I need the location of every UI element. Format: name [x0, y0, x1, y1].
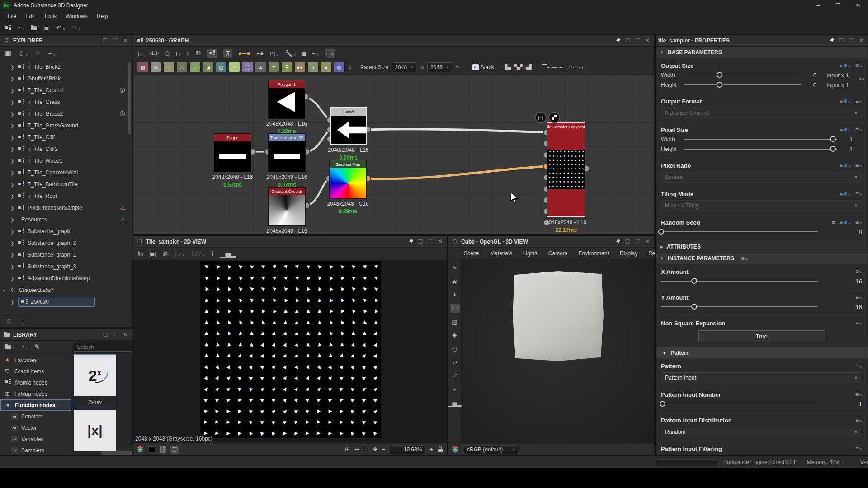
tree-item-T_Tile_BathroomTile[interactable]: ❯T_Tile_BathroomTile — [0, 178, 132, 190]
clean-icon[interactable]: ⌁∨ — [48, 49, 56, 57]
menu-icon[interactable]: ≡∨ — [741, 255, 748, 262]
chevron-right-icon[interactable]: ❯ — [10, 123, 15, 128]
tree-item-Substance_graph_2[interactable]: ❯Substance_graph_2 — [0, 237, 132, 249]
reset-size-icon[interactable]: ⟲ — [454, 64, 461, 70]
maximize-panel-icon[interactable]: ⛶ — [848, 38, 855, 43]
slider-knob[interactable] — [717, 72, 722, 78]
align-center-icon[interactable]: ▚▞ — [514, 64, 522, 70]
duplicate-view-icon[interactable]: ⧉ — [138, 250, 143, 258]
node-output-doc-icon[interactable]: ▤ — [535, 112, 547, 123]
align-middle-icon[interactable]: ▪─▪ — [551, 64, 557, 70]
wand-icon[interactable]: ⌁ — [450, 385, 460, 394]
zoom-level-input[interactable] — [390, 445, 425, 454]
tree-item-package[interactable]: ▾⬡Chapter3.sbs* — [0, 284, 132, 296]
light-icon[interactable]: ☀ — [450, 290, 460, 299]
maximize-button[interactable]: ❐ — [828, 0, 848, 11]
menu-icon[interactable]: ≡∨ — [855, 268, 862, 275]
chevron-right-icon[interactable]: ❯ — [10, 159, 15, 164]
close-panel-icon[interactable]: ✕ — [858, 38, 865, 43]
tree-item-T_Tile_ConcreteWall[interactable]: ❯T_Tile_ConcreteWall — [0, 167, 132, 178]
node-create-button-8[interactable]: ◯ — [242, 62, 253, 72]
align-bottom-icon[interactable]: ▪▪▁ — [559, 64, 566, 70]
graph-node-tile-sampler-grayscale[interactable]: Tile Sampler Grayscale►►►►►►►►►►►►►►►►►►… — [547, 122, 585, 217]
add-filter-icon[interactable]: ◔+ — [21, 343, 28, 351]
section-attributes[interactable]: ▶ATTRIBUTES — [656, 241, 868, 253]
physical-size-icon[interactable]: ✛ — [354, 446, 359, 453]
graph-node-polygon-1[interactable]: Polygon 1 — [268, 80, 305, 119]
menu-windows[interactable]: Windows — [61, 12, 92, 21]
focus-selection-icon[interactable]: ◱ — [138, 50, 144, 57]
tree-item-T_Tile_Cliff2[interactable]: ❯T_Tile_Cliff2 — [0, 143, 132, 155]
chevron-right-icon[interactable]: ❯ — [10, 206, 15, 211]
maximize-panel-icon[interactable]: ⛶ — [634, 38, 641, 43]
menu-icon[interactable]: ≡∨ — [855, 98, 862, 104]
slider-track[interactable] — [684, 139, 837, 140]
section-instance-parameters[interactable]: ▼INSTANCE PARAMETERS ≡∨ — [656, 253, 868, 264]
graph-node-gradient-circular[interactable]: Gradient Circular — [268, 187, 306, 226]
menu-icon[interactable]: ≡∨ — [855, 391, 862, 398]
display-filter-icon[interactable]: 🖵 — [170, 446, 179, 454]
slider-track[interactable] — [661, 306, 818, 307]
node-create-button-11[interactable]: ⚲ — [281, 62, 292, 72]
slider-track[interactable] — [684, 149, 837, 150]
align-left-icon[interactable]: ▙▖ — [505, 64, 513, 70]
chevron-right-icon[interactable]: ❯ — [10, 264, 15, 269]
library-hscrollbar[interactable] — [101, 451, 132, 455]
tree-item-T_Tile_Roof[interactable]: ❯T_Tile_Roof — [0, 190, 132, 202]
redo-icon[interactable]: ↷∨ — [71, 24, 80, 32]
float-panel-icon[interactable]: ❏ — [102, 38, 109, 43]
straight-links-icon[interactable]: ●─● — [238, 50, 250, 57]
slider-track[interactable] — [661, 404, 818, 404]
node-create-button-10[interactable]: ⏷ — [268, 62, 279, 72]
view-2d-viewport[interactable]: ►►►►►►►►►►►►►►►►►►►►►►►►►►►►►►►►►►►►►►►►… — [133, 260, 447, 443]
tree-item-PixelProcessorSample[interactable]: ❯PixelProcessorSample⚠ — [0, 202, 132, 214]
tree-item-T_Tile_Grass2[interactable]: ❯T_Tile_Grass2ⓘ — [0, 108, 132, 120]
histogram-icon[interactable]: ▁▅▂ — [220, 250, 236, 258]
tiling-grid-icon[interactable]: ⊞ — [345, 446, 350, 453]
elbow-links-icon[interactable]: ⌐● — [256, 50, 264, 57]
slider-knob[interactable] — [691, 304, 697, 310]
graph-view-icon[interactable] — [207, 49, 217, 58]
parent-size-height-dropdown[interactable]: 2048∨ — [427, 62, 452, 72]
view-3d-menu-display[interactable]: Display — [620, 250, 637, 257]
tree-item-T_Tile_Brick2[interactable]: ❯T_Tile_Brick2 — [0, 61, 132, 73]
library-thumbnail-2pow[interactable]: 2x2Pow — [74, 354, 116, 408]
reload-icon[interactable]: ⟳ — [35, 49, 41, 57]
stats-icon[interactable]: ▁▅▂ — [450, 399, 460, 408]
dropdown-pixel-ratio[interactable]: Square▼ — [661, 172, 862, 183]
float-panel-icon[interactable]: ❏ — [624, 239, 631, 244]
slider-track[interactable] — [684, 75, 801, 75]
chevron-right-icon[interactable]: ❯ — [10, 253, 15, 258]
tree-item-AdvancedDirectionalWarp[interactable]: ❯AdvancedDirectionalWarp — [0, 272, 132, 284]
dropdown-pattern-input-distribution[interactable]: Random▼ — [661, 427, 862, 437]
tree-item-T_Tile_GrassGround[interactable]: ❯T_Tile_GrassGround — [0, 120, 132, 131]
chevron-right-icon[interactable]: ❯ — [10, 182, 15, 187]
slider-knob[interactable] — [658, 229, 664, 235]
tree-item-T_Tile_Ground[interactable]: ❯T_Tile_Groundⓘ — [0, 84, 132, 96]
new-graph-icon[interactable] — [5, 24, 11, 32]
view-3d-menu-materials[interactable]: Materials — [490, 250, 512, 257]
node-create-button-2[interactable]: ◌ — [163, 62, 175, 72]
chevron-right-icon[interactable]: ❯ — [10, 300, 15, 305]
node-output-checker-icon[interactable] — [548, 112, 560, 123]
info-view-icon[interactable]: i — [20, 319, 28, 324]
node-create-button-7[interactable]: ↗ — [229, 62, 240, 72]
zoom-in-icon[interactable]: + — [429, 446, 433, 453]
node-create-button-1[interactable]: ⧉ — [150, 62, 161, 72]
graph-node-transformation-2d[interactable]: Transformation 2D — [268, 133, 306, 172]
pin-icon[interactable] — [615, 239, 621, 244]
pin-icon[interactable] — [829, 38, 835, 43]
uv-grid-icon[interactable]: ▦ — [450, 317, 460, 326]
chevron-right-icon[interactable]: ❯ — [10, 229, 15, 234]
menu-icon[interactable]: ≡∨ — [855, 219, 862, 225]
maximize-panel-icon[interactable]: ⛶ — [427, 239, 434, 244]
lock-zoom-icon[interactable] — [438, 446, 443, 453]
compute-timing-icon[interactable]: ◷∨ — [270, 50, 279, 57]
maximize-panel-icon[interactable]: ⛶ — [112, 332, 119, 338]
dropdown-pattern-input-filtering[interactable]: Bilinear + Mipmaps▼ — [661, 455, 862, 455]
shuffle-icon[interactable]: ⇆ — [831, 219, 836, 225]
export-icon[interactable]: ⇧∨ — [19, 49, 28, 57]
search-input[interactable] — [74, 343, 132, 352]
function-icon[interactable]: ▸∨ — [840, 219, 851, 225]
pin-icon[interactable] — [615, 38, 621, 43]
